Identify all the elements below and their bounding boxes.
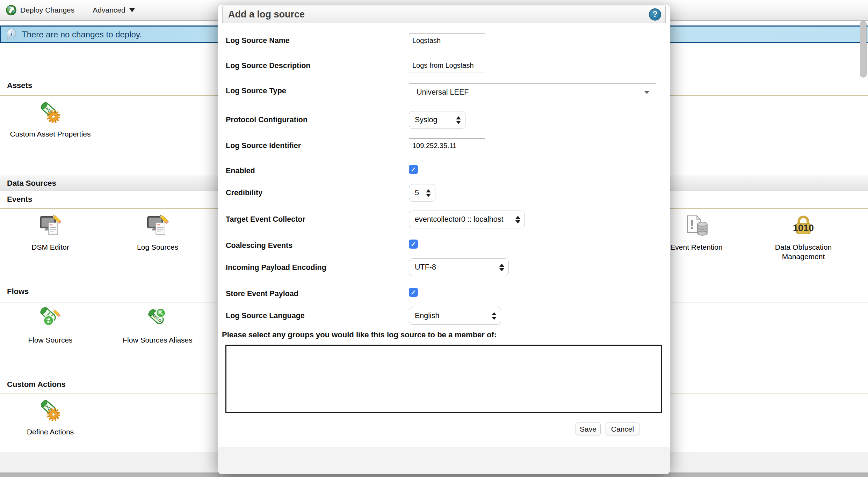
flow-sources-aliases-icon: ABCD	[145, 307, 170, 330]
help-button[interactable]: ?	[649, 8, 661, 21]
log-source-description-label: Log Source Description	[226, 61, 402, 70]
app-label: DSM Editor	[31, 242, 69, 252]
log-source-identifier-input[interactable]	[409, 138, 485, 153]
log-source-language-value: English	[415, 311, 440, 320]
dsm-editor-icon	[38, 214, 63, 237]
chevron-down-icon	[644, 91, 650, 94]
app-define-actions[interactable]: ACD Define Actions	[5, 398, 96, 436]
groups-listbox[interactable]	[225, 345, 662, 413]
app-label: Event Retention	[670, 242, 722, 252]
groups-prompt: Please select any groups you would like …	[222, 330, 662, 339]
log-source-language-label: Log Source Language	[226, 311, 402, 320]
log-source-type-dropdown[interactable]: Universal LEEF	[409, 83, 656, 101]
app-data-obfuscation-management[interactable]: 1010 Data Obfuscation Management	[761, 214, 845, 261]
target-event-collector-value: eventcollector0 :: localhost	[415, 215, 503, 224]
app-label: Flow Sources Aliases	[123, 335, 193, 345]
log-source-identifier-label: Log Source Identifier	[226, 141, 402, 150]
enabled-checkbox[interactable]	[409, 165, 418, 174]
deploy-changes-button[interactable]: Deploy Changes	[6, 5, 74, 16]
app-label: Flow Sources	[28, 335, 72, 345]
select-arrows-icon	[487, 312, 497, 320]
log-source-language-select[interactable]: English	[409, 307, 501, 325]
add-log-source-dialog: Add a log source ? Log Source Name Log S…	[218, 5, 670, 474]
section-title-events: Events	[7, 195, 32, 204]
log-source-name-label: Log Source Name	[226, 36, 402, 45]
svg-text:!: !	[690, 218, 694, 232]
section-title-flows: Flows	[7, 287, 29, 296]
protocol-configuration-select[interactable]: Syslog	[409, 111, 465, 129]
notice-text: There are no changes to deploy.	[22, 30, 142, 39]
app-label: Log Sources	[137, 242, 178, 252]
dialog-footer	[218, 447, 670, 474]
event-retention-icon: !	[684, 214, 709, 237]
svg-text:1010: 1010	[793, 223, 814, 233]
app-flow-sources[interactable]: Flow Sources	[5, 307, 96, 345]
select-arrows-icon	[451, 116, 461, 124]
enabled-label: Enabled	[226, 166, 402, 175]
app-label: Define Actions	[27, 427, 74, 436]
dialog-title: Add a log source	[228, 9, 305, 20]
log-source-name-input[interactable]	[409, 33, 485, 48]
data-obfuscation-icon: 1010	[791, 214, 816, 237]
custom-asset-properties-icon: ACD	[38, 101, 63, 124]
app-custom-asset-properties[interactable]: ACD Custom Asset Properties	[5, 101, 96, 139]
credibility-label: Credibility	[226, 188, 402, 197]
app-dsm-editor[interactable]: DSM Editor	[5, 214, 96, 252]
protocol-configuration-label: Protocol Configuration	[226, 115, 402, 124]
protocol-configuration-value: Syslog	[415, 116, 437, 124]
target-event-collector-select[interactable]: eventcollector0 :: localhost	[409, 211, 525, 228]
log-sources-icon	[145, 214, 170, 237]
deploy-icon	[6, 5, 17, 16]
log-source-description-input[interactable]	[409, 58, 485, 73]
app-flow-sources-aliases[interactable]: ABCD Flow Sources Aliases	[112, 307, 203, 345]
incoming-payload-encoding-select[interactable]: UTF-8	[409, 258, 509, 276]
svg-text:i: i	[10, 30, 13, 37]
credibility-select[interactable]: 5	[409, 184, 435, 202]
incoming-payload-encoding-label: Incoming Payload Encoding	[226, 263, 402, 272]
section-title-custom-actions: Custom Actions	[7, 380, 66, 389]
store-event-payload-label: Store Event Payload	[226, 289, 402, 298]
info-icon: i	[6, 29, 17, 41]
app-label: Custom Asset Properties	[10, 129, 91, 139]
log-source-type-value: Universal LEEF	[417, 88, 469, 97]
incoming-payload-encoding-value: UTF-8	[415, 263, 436, 272]
coalescing-events-checkbox[interactable]	[409, 240, 418, 249]
select-arrows-icon	[494, 264, 504, 271]
dialog-header: Add a log source ?	[222, 6, 666, 23]
advanced-menu-button[interactable]: Advanced	[93, 6, 135, 14]
advanced-caret-icon	[129, 8, 135, 12]
advanced-label: Advanced	[93, 6, 125, 14]
cancel-button[interactable]: Cancel	[606, 423, 639, 435]
section-title-data-sources: Data Sources	[7, 179, 56, 188]
app-log-sources[interactable]: Log Sources	[112, 214, 203, 252]
admin-page: Deploy Changes Advanced i There are no c…	[0, 0, 868, 477]
app-label: Data Obfuscation Management	[761, 242, 845, 261]
section-title-assets: Assets	[7, 81, 32, 90]
save-button[interactable]: Save	[576, 423, 601, 435]
define-actions-icon: ACD	[38, 398, 63, 422]
select-arrows-icon	[513, 216, 520, 223]
target-event-collector-label: Target Event Collector	[226, 215, 402, 224]
flow-sources-icon	[38, 307, 63, 330]
store-event-payload-checkbox[interactable]	[409, 288, 418, 297]
coalescing-events-label: Coalescing Events	[226, 241, 402, 250]
deploy-changes-label: Deploy Changes	[20, 6, 74, 14]
select-arrows-icon	[421, 189, 431, 197]
help-icon: ?	[652, 9, 658, 19]
scrollbar-thumb[interactable]	[860, 21, 867, 78]
credibility-value: 5	[415, 189, 419, 197]
log-source-type-label: Log Source Type	[226, 86, 402, 95]
